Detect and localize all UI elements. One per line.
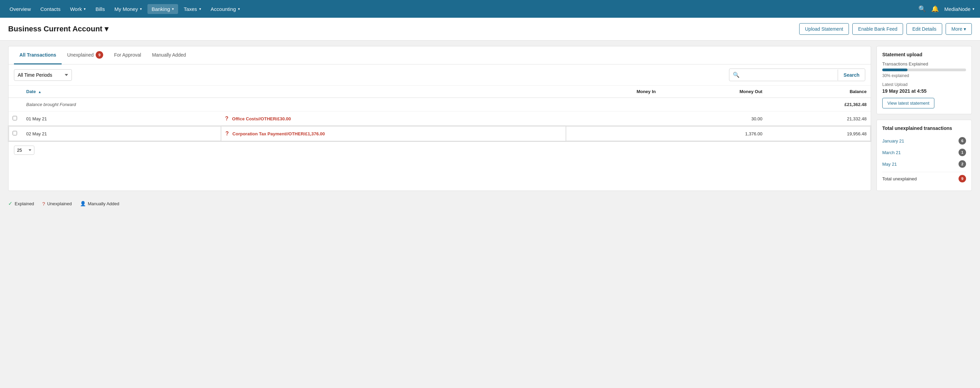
user-chevron-icon: ▾ [972,7,975,11]
row2-money-out: 1,376.00 [660,126,767,141]
account-title-text: Business Current Account [8,24,102,34]
unexplained-january-badge: 6 [959,137,966,145]
unexplained-title: Total unexplained transactions [882,126,966,131]
legend-manually-added-label: Manually Added [88,201,119,206]
table-header-description [221,86,566,98]
bell-icon[interactable]: 🔔 [931,5,939,13]
nav-item-my-money[interactable]: My Money ▾ [110,4,146,14]
tab-all-transactions[interactable]: All Transactions [14,46,62,64]
unexplained-row-march: March 21 1 [882,147,966,158]
table-header-checkbox [8,86,22,98]
nav-item-accounting[interactable]: Accounting ▾ [207,4,244,14]
row1-balance: 21,332.48 [767,112,871,126]
nav-item-banking[interactable]: Banking ▾ [148,4,178,14]
search-box: 🔍 Search [729,69,865,81]
edit-details-button[interactable]: Edit Details [907,23,942,35]
time-period-select[interactable]: All Time Periods This Month Last Month T… [14,69,72,81]
taxes-chevron-icon: ▾ [199,7,201,11]
account-title-chevron-icon: ▾ [105,24,108,34]
nav-label-bills: Bills [95,6,105,12]
unexplained-row-january: January 21 6 [882,135,966,147]
row1-checkbox[interactable] [13,116,17,120]
progress-bar-fill [882,69,907,71]
account-title[interactable]: Business Current Account ▾ [8,24,108,34]
more-chevron-icon: ▾ [964,26,966,32]
unexplained-may-link[interactable]: May 21 [882,161,897,167]
progress-bar-container [882,69,966,71]
tab-unexplained[interactable]: Unexplained 9 [62,46,109,64]
table-row: 01 May 21 ? Office Costs//OTHER/£30.00 3… [8,112,871,126]
row2-description[interactable]: ? Corporation Tax Payment//OTHER/£1,376.… [221,126,566,141]
work-chevron-icon: ▾ [84,7,86,11]
tab-unexplained-label: Unexplained [67,52,94,57]
view-latest-statement-label: View latest statement [888,101,929,106]
left-panel: All Transactions Unexplained 9 For Appro… [8,46,871,191]
my-money-chevron-icon: ▾ [140,7,142,11]
nav-label-banking: Banking [151,6,170,12]
sort-arrow-icon: ▲ [38,90,41,94]
row1-date: 01 May 21 [22,112,221,126]
unexplained-january-link[interactable]: January 21 [882,139,904,144]
row2-money-in [566,126,660,141]
table-row: 02 May 21 ? Corporation Tax Payment//OTH… [8,126,871,141]
search-button[interactable]: Search [838,70,865,80]
balance-forward-checkbox-cell [8,98,22,112]
page-size-select[interactable]: 25 10 50 100 [14,145,34,155]
row2-balance: 19,956.48 [767,126,871,141]
user-icon: 👤 [80,201,86,206]
total-unexplained-label: Total unexplained [882,176,917,181]
row2-checkbox-cell [8,126,22,141]
unexplained-march-link[interactable]: March 21 [882,150,900,155]
row2-date: 02 May 21 [22,126,221,141]
more-button[interactable]: More ▾ [946,23,972,35]
statement-upload-title: Statement upload [882,52,966,57]
filter-bar: All Time Periods This Month Last Month T… [8,64,871,86]
user-menu[interactable]: MediaNode ▾ [944,6,975,12]
balance-forward-amount: £21,362.48 [767,98,871,112]
tab-for-approval[interactable]: For Approval [109,46,146,64]
unexplained-march-badge: 1 [959,148,966,156]
legend-explained-label: Explained [14,201,34,206]
nav-item-taxes[interactable]: Taxes ▾ [180,4,205,14]
table-header-money-out: Money Out [660,86,767,98]
nav-item-contacts[interactable]: Contacts [37,4,65,14]
row1-checkbox-cell [8,112,22,126]
row1-description[interactable]: ? Office Costs//OTHER/£30.00 [221,112,566,126]
top-navigation: Overview Contacts Work ▾ Bills My Money … [0,0,980,18]
more-label: More [951,26,962,32]
row2-description-link[interactable]: Corporation Tax Payment//OTHER/£1,376.00 [232,131,325,136]
nav-item-bills[interactable]: Bills [91,4,109,14]
legend-unexplained: ? Unexplained [42,201,72,207]
upload-statement-button[interactable]: Upload Statement [799,23,849,35]
row2-checkbox[interactable] [13,131,17,135]
transactions-explained-label: Transactions Explained [882,61,966,67]
legend-manually-added: 👤 Manually Added [80,201,119,206]
nav-items: Overview Contacts Work ▾ Bills My Money … [5,4,918,14]
user-name: MediaNode [944,6,970,12]
nav-label-accounting: Accounting [211,6,236,12]
tab-bar: All Transactions Unexplained 9 For Appro… [8,46,871,64]
search-icon[interactable]: 🔍 [918,5,926,13]
row1-money-out: 30.00 [660,112,767,126]
nav-label-overview: Overview [10,6,31,12]
table-header-date[interactable]: Date ▲ [22,86,221,98]
row1-description-link[interactable]: Office Costs//OTHER/£30.00 [232,116,291,121]
search-button-label: Search [843,72,859,78]
row1-money-in [566,112,660,126]
search-input[interactable] [743,70,838,80]
check-icon: ✓ [8,201,13,207]
enable-bank-feed-button[interactable]: Enable Bank Feed [852,23,903,35]
nav-item-overview[interactable]: Overview [5,4,35,14]
row1-status-icon: ? [225,116,229,121]
unexplained-transactions-card: Total unexplained transactions January 2… [877,120,972,191]
legend-unexplained-label: Unexplained [47,201,72,206]
header-actions: Upload Statement Enable Bank Feed Edit D… [799,23,972,35]
row2-status-icon: ? [226,131,229,136]
nav-label-contacts: Contacts [41,6,60,12]
view-latest-statement-button[interactable]: View latest statement [882,98,934,109]
enable-bank-feed-label: Enable Bank Feed [858,26,897,32]
banking-chevron-icon: ▾ [172,7,174,11]
nav-item-work[interactable]: Work ▾ [66,4,90,14]
tab-manually-added[interactable]: Manually Added [146,46,191,64]
search-icon: 🔍 [729,69,743,81]
